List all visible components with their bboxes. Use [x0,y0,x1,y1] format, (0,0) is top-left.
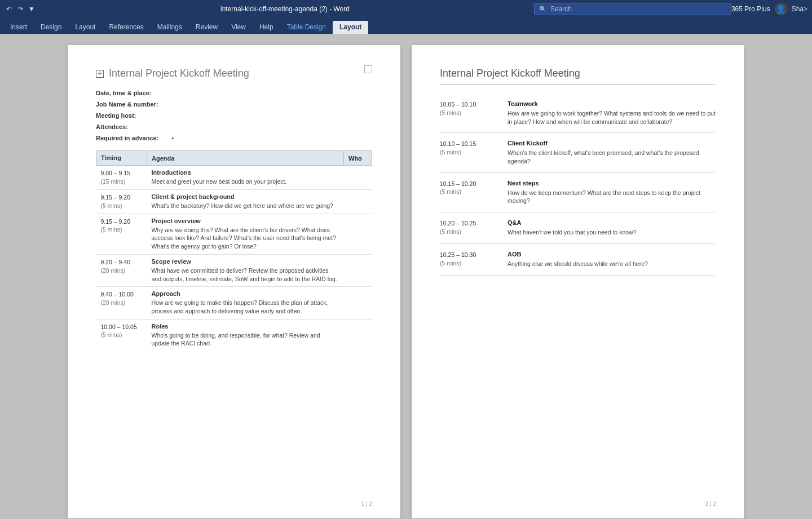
page2-section: 10.20 – 10.25(5 mins) Q&A What haven't w… [440,212,716,244]
cell-who [344,319,372,351]
page1-footer: 1 | 2 [361,501,372,507]
agenda-item-desc: What have we committed to deliver? Revie… [152,267,339,283]
tab-help[interactable]: Help [253,21,280,34]
cell-timing: 9.20 – 9.40(20 mins) [96,254,147,286]
meta-host: Meeting host: [96,112,372,119]
table-row: 9.40 – 10.00(20 mins) Approach How are w… [96,287,372,319]
cell-who [344,214,372,254]
agenda-item-desc: Who's going to be doing, and responsible… [152,331,339,348]
p2-agenda-desc: How do we keep momentum? What are the ne… [508,189,716,205]
redo-icon[interactable]: ↷ [16,5,25,14]
page2-footer: 2 | 2 [705,501,716,507]
agenda-item-title: Introductions [152,169,339,176]
user-avatar[interactable]: 👤 [775,3,787,15]
share-button[interactable]: Sha> [792,5,807,13]
agenda-item-title: Scope review [152,258,339,265]
title-bar-right: 365 Pro Plus 👤 Sha> [731,3,807,15]
meta-host-label: Meeting host: [96,112,136,119]
cell-timing: 9.00 – 9.15(15 mins) [96,166,147,190]
p2-agenda-title: Client Kickoff [508,140,716,147]
tab-layout[interactable]: Layout [68,21,102,34]
cell-who [344,166,372,190]
p2-timing: 10.05 – 10.10(5 mins) [440,100,496,126]
cell-agenda: Project overview Why are we doing this? … [147,214,344,254]
p2-agenda-desc: Anything else we should discuss while we… [508,260,716,268]
title-bar-left: ↶ ↷ ▼ [5,5,36,14]
tab-mailings[interactable]: Mailings [151,21,189,34]
agenda-item-title: Client & project background [152,193,339,200]
table-row: 9.20 – 9.40(20 mins) Scope review What h… [96,254,372,286]
more-icon[interactable]: ▼ [27,5,36,14]
page1-title: ✛ Internal Project Kickoff Meeting [96,68,372,79]
col-timing: Timing [96,151,147,166]
p2-content: Teamwork How are we going to work togeth… [508,100,716,126]
p2-agenda-desc: When's the client kickoff, what's been p… [508,149,716,165]
p2-timing: 10.15 – 10.20(5 mins) [440,180,496,205]
undo-icon[interactable]: ↶ [5,5,14,14]
meta-required-bullet: • [171,135,174,141]
tab-insert[interactable]: Insert [3,21,34,34]
page1-title-text: Internal Project Kickoff Meeting [109,68,249,79]
p2-agenda-desc: How are we going to work together? What … [508,109,716,126]
page2-section: 10.25 – 10.30(5 mins) AOB Anything else … [440,244,716,276]
tab-references[interactable]: References [102,21,150,34]
p2-content: Q&A What haven't we told you that you ne… [508,219,716,237]
col-who: Who [344,151,372,166]
cell-who [344,190,372,214]
meta-section: Date, time & place: Job Name & number: M… [96,90,372,141]
page2-title: Internal Project Kickoff Meeting [440,68,716,85]
cell-timing: 9.15 – 9.20(5 mins) [96,190,147,214]
cell-who [344,254,372,286]
meta-date: Date, time & place: [96,90,372,96]
cell-timing: 9.15 – 9.20(5 mins) [96,214,147,254]
document-title: internal-kick-off-meeting-agenda (2) - W… [36,5,534,13]
account-label: 365 Pro Plus [731,5,770,13]
table-row: 9.15 – 9.20(5 mins) Client & project bac… [96,190,372,214]
meta-attendees: Attendees: [96,123,372,130]
p2-timing: 10.25 – 10.30(5 mins) [440,251,496,268]
search-placeholder: Search [550,5,572,13]
table-anchor-icon[interactable]: ✛ [96,70,104,78]
meta-job-label: Job Name & number: [96,101,158,108]
cell-agenda: Roles Who's going to be doing, and respo… [147,319,344,351]
agenda-item-desc: Meet and greet your new best buds on you… [152,178,339,186]
agenda-item-desc: Why are we doing this? What are the clie… [152,226,339,251]
doc-title-text: internal-kick-off-meeting-agenda (2) - W… [220,5,350,13]
p2-agenda-title: Next steps [508,180,716,187]
page2-section: 10.15 – 10.20(5 mins) Next steps How do … [440,173,716,212]
cell-agenda: Client & project background What's the b… [147,190,344,214]
tab-design[interactable]: Design [34,21,68,34]
p2-timing: 10.10 – 10.15(5 mins) [440,140,496,165]
page2-section: 10.10 – 10.15(5 mins) Client Kickoff Whe… [440,133,716,172]
tab-table-design[interactable]: Table Design [280,21,333,34]
agenda-item-title: Roles [152,323,339,330]
page-2: Internal Project Kickoff Meeting 10.05 –… [412,45,744,518]
p2-timing: 10.20 – 10.25(5 mins) [440,219,496,237]
p2-agenda-desc: What haven't we told you that you need t… [508,228,716,237]
table-row: 9.00 – 9.15(15 mins) Introductions Meet … [96,166,372,190]
tab-layout-active[interactable]: Layout [333,21,368,34]
meta-required: Required in advance: • [96,135,372,141]
col-agenda: Agenda [147,151,344,166]
agenda-item-title: Project overview [152,218,339,224]
window-controls: ↶ ↷ ▼ [5,5,36,14]
page2-section: 10.05 – 10.10(5 mins) Teamwork How are w… [440,94,716,133]
content-area: ✛ Internal Project Kickoff Meeting Date,… [0,34,812,519]
agenda-item-desc: How are we going to make this happen? Di… [152,299,339,315]
tab-review[interactable]: Review [189,21,224,34]
table-row: 10.00 – 10.05(5 mins) Roles Who's going … [96,319,372,351]
p2-agenda-title: Teamwork [508,100,716,107]
p2-agenda-title: Q&A [508,219,716,226]
cell-agenda: Introductions Meet and greet your new be… [147,166,344,190]
agenda-item-desc: What's the backstory? How did we get her… [152,202,339,210]
p2-content: Next steps How do we keep momentum? What… [508,180,716,205]
p2-content: Client Kickoff When's the client kickoff… [508,140,716,165]
tab-view[interactable]: View [224,21,253,34]
search-bar[interactable]: 🔍 Search [534,3,731,15]
page-1: ✛ Internal Project Kickoff Meeting Date,… [68,45,400,518]
agenda-table: Timing Agenda Who 9.00 – 9.15(15 mins) I… [96,150,372,351]
p2-content: AOB Anything else we should discuss whil… [508,251,716,268]
cell-timing: 9.40 – 10.00(20 mins) [96,287,147,319]
title-bar: ↶ ↷ ▼ internal-kick-off-meeting-agenda (… [0,0,812,18]
checkbox[interactable] [364,65,372,73]
